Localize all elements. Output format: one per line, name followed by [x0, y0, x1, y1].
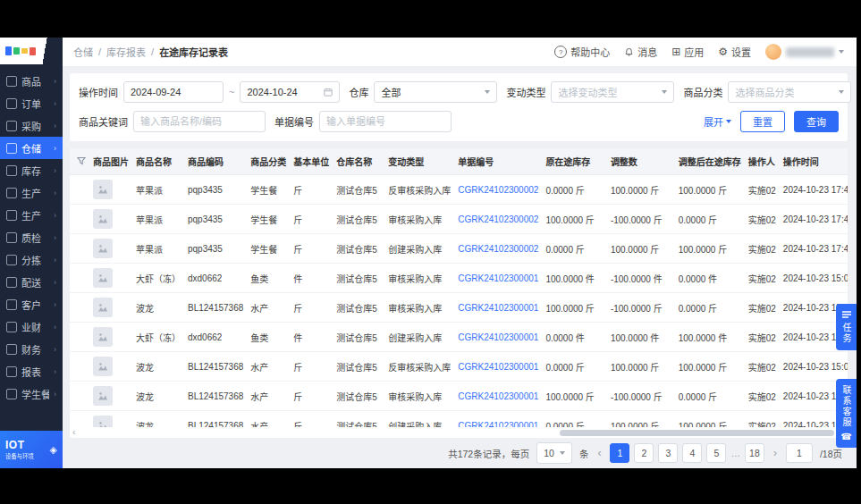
doc-no-link[interactable]: CGRK24102300002	[458, 185, 538, 195]
cell-unit: 斤	[290, 293, 333, 323]
logo-bar-yellow	[21, 48, 28, 54]
page-button[interactable]: 3	[658, 443, 678, 463]
chevron-right-icon: ›	[54, 300, 56, 309]
start-date-input[interactable]: 2024-09-24	[123, 81, 224, 103]
sidebar-item-production-2[interactable]: 生产›	[0, 204, 63, 226]
cell-before: 100.0000 斤	[542, 293, 607, 323]
cell-unit: 斤	[290, 234, 333, 264]
cell-category: 鱼类	[247, 323, 290, 352]
settings-button[interactable]: ⚙ 设置	[718, 45, 751, 59]
cell-doc_no: CGRK24102300002	[454, 205, 542, 234]
expand-label: 展开	[704, 114, 723, 129]
avatar	[765, 44, 781, 60]
sidebar-item-qc[interactable]: 质检›	[0, 226, 63, 248]
doc-no-link[interactable]: CGRK24102300001	[458, 303, 538, 313]
sidebar-item-purchase[interactable]: 采购›	[0, 114, 63, 137]
page-button[interactable]: 4	[682, 443, 702, 463]
biz-finance-icon	[6, 322, 17, 332]
sidebar-item-orders[interactable]: 订单›	[0, 92, 63, 114]
doc-no-link[interactable]: CGRK24102300001	[458, 421, 538, 428]
sidebar-item-iot[interactable]: IOT 设备与环境 ◈	[0, 431, 63, 468]
page-button[interactable]: 18	[745, 443, 764, 463]
sidebar-item-delivery[interactable]: 配送›	[0, 271, 63, 293]
warehouse-icon	[6, 143, 17, 154]
sidebar-item-customers[interactable]: 客户›	[0, 293, 63, 315]
sidebar-item-sorting[interactable]: 分拣›	[0, 248, 63, 271]
end-date-input[interactable]: 2024-10-24	[240, 81, 340, 103]
sidebar-item-student-meals[interactable]: 学生餐›	[0, 382, 63, 405]
cell-code: pqp3435	[184, 234, 247, 264]
page-jump-value: 1	[797, 448, 802, 458]
row-leading-cell	[70, 205, 89, 234]
sidebar-item-biz-finance[interactable]: 业财›	[0, 315, 63, 338]
scrollbar-track[interactable]	[78, 430, 839, 436]
sidebar-item-goods[interactable]: 商品›	[0, 70, 63, 92]
sidebar-item-inventory[interactable]: 库存›	[0, 159, 63, 181]
page-button[interactable]: 2	[634, 443, 654, 463]
cell-image	[89, 234, 132, 264]
cell-warehouse: 测试仓库5	[333, 175, 384, 205]
doc-no-link[interactable]: CGRK24102300001	[458, 332, 538, 342]
keyword-input[interactable]	[133, 111, 266, 132]
help-center-label: 帮助中心	[570, 45, 610, 59]
product-image-placeholder	[93, 416, 113, 427]
help-center-button[interactable]: ? 帮助中心	[554, 45, 610, 59]
cell-name: 苹果派	[132, 234, 184, 264]
cell-time: 2024-10-23 15:07	[780, 264, 848, 293]
cell-change_type: 审核采购入库	[384, 382, 454, 411]
column-header: 商品编码	[184, 148, 247, 175]
breadcrumb-level-1[interactable]: 仓储	[73, 45, 93, 59]
tasks-icon	[841, 310, 852, 319]
cell-code: BL124157368	[184, 382, 247, 411]
cell-code: BL124157368	[184, 411, 247, 428]
next-page-button[interactable]: ›	[772, 447, 779, 459]
expand-toggle[interactable]: 展开	[704, 114, 731, 129]
cell-time: 2024-10-23 15:07	[780, 352, 848, 382]
doc-no-link[interactable]: CGRK24102300001	[458, 391, 538, 401]
iot-device-icon: ◈	[50, 444, 57, 456]
product-image-placeholder	[93, 239, 113, 258]
messages-button[interactable]: 消息	[624, 45, 657, 59]
scrollbar-thumb[interactable]	[560, 430, 833, 436]
sidebar-item-production[interactable]: 生产›	[0, 181, 63, 204]
search-button[interactable]: 查询	[794, 111, 839, 132]
page-size-select[interactable]: 10	[536, 442, 572, 464]
doc-no-link[interactable]: CGRK24102300002	[458, 244, 538, 254]
column-header: 商品名称	[132, 148, 184, 175]
doc-no-link[interactable]: CGRK24102300002	[458, 214, 538, 224]
sidebar-item-reports[interactable]: 报表›	[0, 360, 63, 382]
goods-icon	[6, 76, 17, 87]
horizontal-scrollbar[interactable]: ‹ ›	[70, 427, 848, 438]
cell-code: dxd0662	[184, 264, 247, 293]
cell-adjust: 100.0000 斤	[607, 234, 675, 264]
cell-image	[89, 293, 132, 323]
doc-no-input[interactable]	[319, 111, 452, 132]
user-menu[interactable]	[765, 44, 844, 60]
chevron-right-icon: ›	[54, 345, 56, 354]
cell-category: 学生餐	[247, 175, 290, 205]
apps-button[interactable]: ⊞ 应用	[671, 45, 704, 59]
warehouse-select[interactable]: 全部	[374, 81, 497, 103]
sidebar-item-warehouse[interactable]: 仓储›	[0, 137, 63, 159]
date-range-separator: ~	[229, 87, 234, 97]
sidebar-item-finance[interactable]: 财务›	[0, 338, 63, 360]
change-type-select[interactable]: 选择变动类型	[551, 81, 674, 103]
qc-icon	[6, 232, 17, 243]
reset-button[interactable]: 重置	[740, 111, 785, 132]
doc-no-link[interactable]: CGRK24102300001	[458, 273, 538, 283]
tasks-floating-button[interactable]: 任务	[836, 304, 857, 350]
doc-no-link[interactable]: CGRK24102300001	[458, 362, 538, 372]
page-button[interactable]: 1	[610, 443, 629, 463]
contact-support-floating-button[interactable]: 联系客服 ☎	[836, 379, 857, 448]
column-settings-header[interactable]	[70, 148, 89, 175]
page-size-unit: 条	[579, 447, 589, 460]
prev-page-button[interactable]: ‹	[595, 447, 603, 459]
page-jump-input[interactable]: 1	[786, 443, 813, 463]
sidebar-item-label: 生产	[21, 208, 49, 223]
page-button[interactable]: 5	[706, 443, 726, 463]
category-select[interactable]: 选择商品分类	[728, 81, 851, 103]
sidebar-item-label: 采购	[21, 119, 49, 133]
breadcrumb-level-2[interactable]: 库存报表	[106, 45, 146, 59]
scroll-left-icon[interactable]: ‹	[72, 428, 75, 437]
table-row: 苹果派pqp3435学生餐斤测试仓库5创建采购入库CGRK24102300002…	[70, 234, 848, 264]
